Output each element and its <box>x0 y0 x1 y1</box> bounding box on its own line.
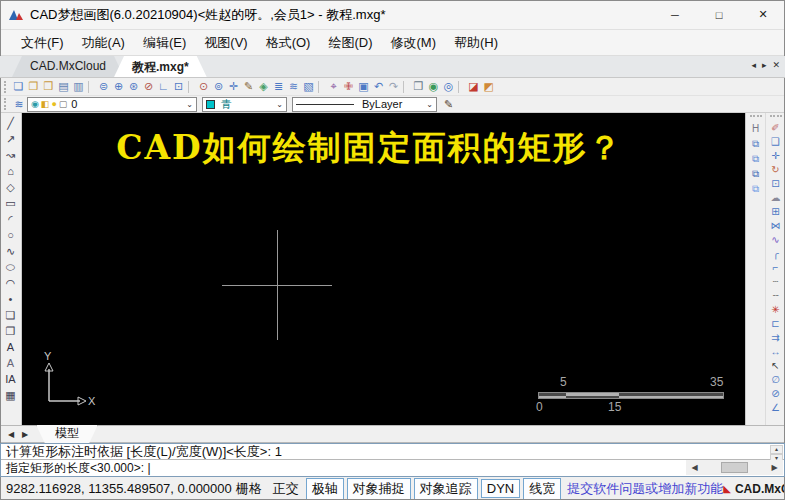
dim-angular-icon[interactable]: ∠ <box>767 401 785 415</box>
menu-help[interactable]: 帮助(H) <box>445 31 507 55</box>
move-to-layer-icon[interactable]: ⧉ <box>747 166 765 181</box>
color-select[interactable]: 青 ⌄ <box>202 97 287 112</box>
menu-view[interactable]: 视图(V) <box>195 31 256 55</box>
chevron-down-icon[interactable]: ⌄ <box>273 100 283 109</box>
spline-icon[interactable]: ∿ <box>1 243 21 259</box>
break-icon[interactable]: ╌ <box>767 289 785 303</box>
tab-scroll-right-icon[interactable]: ▸ <box>762 60 767 70</box>
zoom-extents-icon[interactable]: ⊛ <box>126 79 141 95</box>
arc-icon[interactable]: ◜ <box>1 211 21 227</box>
tab-document[interactable]: 教程.mxg* <box>114 56 207 77</box>
scroll-left-icon[interactable]: ◀ <box>686 463 703 472</box>
chamfer-icon[interactable]: ⌐ <box>767 261 785 275</box>
text-icon[interactable]: A <box>1 339 21 355</box>
select-icon[interactable]: ↖ <box>767 359 785 373</box>
layer-manager-icon[interactable]: ≣ <box>271 79 286 95</box>
zoom-in-icon[interactable]: ⊕ <box>111 79 126 95</box>
super-hatch-icon[interactable]: H <box>747 121 765 136</box>
rotate-icon[interactable]: ↻ <box>767 163 785 177</box>
render-icon[interactable]: ◈ <box>256 79 271 95</box>
close-button[interactable]: ✕ <box>741 0 785 29</box>
toolbar-grip[interactable] <box>770 115 782 118</box>
new-file-icon[interactable]: ❏ <box>11 79 26 95</box>
copy-object-icon[interactable]: ⧉ <box>747 136 765 151</box>
circle-icon[interactable]: ○ <box>1 227 21 243</box>
tab-cad-mxcloud[interactable]: CAD.MxCloud <box>12 56 124 77</box>
menu-function[interactable]: 功能(A) <box>73 31 134 55</box>
menu-modify[interactable]: 修改(M) <box>381 31 445 55</box>
zoom-previous-icon[interactable]: ⊜ <box>96 79 111 95</box>
edit-polyline-icon[interactable]: ⊏ <box>767 317 785 331</box>
layout-next-icon[interactable]: ▶ <box>18 430 32 439</box>
undo-icon[interactable]: ↶ <box>371 79 386 95</box>
block-icon[interactable]: ❏ <box>1 307 21 323</box>
lineweight-toggle[interactable]: 线宽 <box>523 478 561 500</box>
move-icon[interactable]: ✛ <box>767 149 785 163</box>
polar-toggle[interactable]: 极轴 <box>306 478 344 500</box>
insert-block-icon[interactable]: ❐ <box>1 323 21 339</box>
explode-icon[interactable]: ✳ <box>767 303 785 317</box>
redo-icon[interactable]: ↷ <box>386 79 401 95</box>
linetype-manager-icon[interactable]: ≋ <box>286 79 301 95</box>
tab-close-icon[interactable]: ✕ <box>772 60 780 70</box>
open-cloud-icon[interactable]: ❒ <box>41 79 56 95</box>
help-rescue-icon[interactable]: ✙ <box>341 79 356 95</box>
pdf-export-icon[interactable]: ◪ <box>466 79 481 95</box>
scrollbar-thumb[interactable] <box>721 462 748 473</box>
save-as-icon[interactable]: ▥ <box>71 79 86 95</box>
stretch-icon[interactable]: ↔ <box>767 345 785 359</box>
hatch-icon[interactable]: ▦ <box>1 387 21 403</box>
revision-cloud-icon[interactable]: ☁ <box>767 191 785 205</box>
pan-icon[interactable]: ✛ <box>226 79 241 95</box>
rectangle-icon[interactable]: ▭ <box>1 195 21 211</box>
zoom-object-icon[interactable]: ⊚ <box>211 79 226 95</box>
chevron-down-icon[interactable]: ⌄ <box>423 100 433 109</box>
copy-to-layer-icon[interactable]: ⧉ <box>747 151 765 166</box>
offset-icon[interactable]: ⇉ <box>767 331 785 345</box>
website-icon[interactable]: ◎ <box>441 79 456 95</box>
open-file-icon[interactable]: ❐ <box>26 79 41 95</box>
erase-icon[interactable]: ✐ <box>767 121 785 135</box>
polygon-icon[interactable]: ⌂ <box>1 163 21 179</box>
zoom-window-icon[interactable]: ⊡ <box>171 79 186 95</box>
match-properties-icon[interactable]: ✎ <box>444 98 453 111</box>
scroll-right-icon[interactable]: ▶ <box>766 463 783 472</box>
scroll-up-icon[interactable]: ▴ <box>770 445 783 454</box>
command-input[interactable]: 指定矩形的长度<30.000>: | <box>1 460 784 476</box>
dim-diameter-icon[interactable]: ∅ <box>767 373 785 387</box>
ellipse-icon[interactable]: ⬭ <box>1 259 21 275</box>
array-icon[interactable]: ⊞ <box>767 205 785 219</box>
zoom-scale-icon[interactable]: ⊘ <box>141 79 156 95</box>
scrollbar-track[interactable] <box>703 460 766 475</box>
layer-merge-icon[interactable]: ⧉ <box>747 181 765 196</box>
offset-curve-icon[interactable]: ∿ <box>767 233 785 247</box>
zoom-realtime-icon[interactable]: ⊙ <box>196 79 211 95</box>
menu-format[interactable]: 格式(O) <box>257 31 320 55</box>
toolbar-grip[interactable] <box>4 98 7 110</box>
grid-toggle[interactable]: 栅格 <box>232 479 266 499</box>
save-icon[interactable]: ▤ <box>56 79 71 95</box>
minimize-button[interactable]: ─ <box>653 0 697 29</box>
drawing-canvas[interactable]: CAD如何绘制固定面积的矩形？ 5 35 0 15 Y <box>22 113 745 425</box>
layers-icon[interactable]: ≋ <box>11 98 27 111</box>
ellipse-arc-icon[interactable]: ◠ <box>1 275 21 291</box>
feedback-link[interactable]: 提交软件问题或增加新功能 <box>567 480 723 498</box>
tab-scroll-left-icon[interactable]: ◂ <box>751 60 756 70</box>
polyline-icon[interactable]: ↝ <box>1 147 21 163</box>
menu-draw[interactable]: 绘图(D) <box>319 31 381 55</box>
horizontal-scrollbar[interactable]: ◀ ▶ <box>686 460 783 475</box>
wipeout-icon[interactable]: ◇ <box>1 179 21 195</box>
menu-file[interactable]: 文件(F) <box>12 31 73 55</box>
linetype-select[interactable]: ByLayer ⌄ <box>292 97 437 112</box>
field-icon[interactable]: IA <box>1 371 21 387</box>
point-icon[interactable]: • <box>1 291 21 307</box>
mtext-icon[interactable]: A <box>1 355 21 371</box>
line-icon[interactable]: ╱ <box>1 115 21 131</box>
block-edit-icon[interactable]: ▣ <box>356 79 371 95</box>
fillet-icon[interactable]: ╭ <box>767 247 785 261</box>
toolbar-grip[interactable] <box>4 81 7 93</box>
chevron-down-icon[interactable]: ⌄ <box>183 100 193 109</box>
find-icon[interactable]: ⌖ <box>326 79 341 95</box>
layout-prev-icon[interactable]: ◀ <box>4 430 18 439</box>
scale-icon[interactable]: ⊡ <box>767 177 785 191</box>
